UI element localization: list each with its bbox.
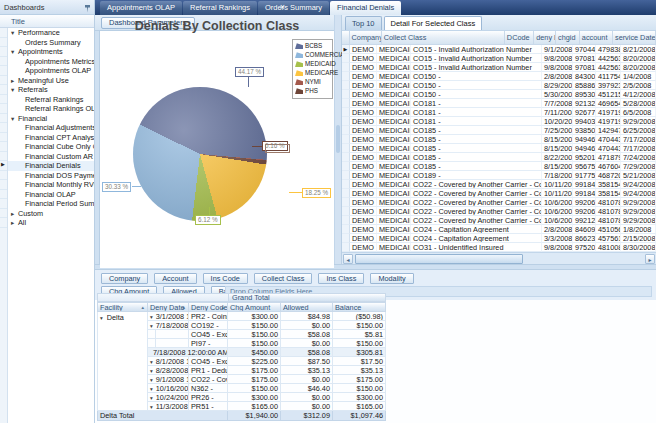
collapse-icon[interactable]: ▾: [150, 314, 153, 320]
sidebar-item[interactable]: ▸ Custom: [8, 209, 94, 219]
sidebar-item[interactable]: Financial DOS Payments: [8, 171, 94, 181]
sidebar-item[interactable]: Financial Denials: [8, 161, 94, 171]
grid-column-header[interactable]: Company: [350, 31, 382, 45]
sidebar-item[interactable]: Appointments Metrics: [8, 57, 94, 67]
sidebar-item[interactable]: ▸ All: [8, 218, 94, 228]
collapse-icon[interactable]: ▾: [150, 404, 153, 410]
window-tab[interactable]: Financial Denials: [330, 1, 401, 15]
sidebar-item[interactable]: Financial CPT Analysis OLAP: [8, 133, 94, 143]
scrollbar-thumb[interactable]: [355, 254, 523, 264]
table-row[interactable]: ▶ DEMO MEDICAID CO15 - Invalid Authoriza…: [342, 45, 656, 54]
table-row[interactable]: DEMO MEDICAID CO22 - Covered by Another …: [342, 189, 656, 198]
collapse-icon[interactable]: ▾: [150, 395, 153, 401]
pivot-header-allowed[interactable]: Allowed: [281, 302, 333, 312]
pivot-row[interactable]: ▾10/16/2008 ... N362 - $150.00 $46.40 $1…: [148, 384, 386, 393]
tree-expand-icon[interactable]: ▾: [11, 85, 18, 95]
detail-tab[interactable]: Detail For Selected Class: [384, 16, 483, 30]
table-row[interactable]: DEMO MEDICAID CO31 - Unidentified Insure…: [342, 243, 656, 252]
collapse-icon[interactable]: ▾: [100, 315, 103, 321]
table-row[interactable]: DEMO MEDICAID CO22 - Covered by Another …: [342, 180, 656, 189]
detail-tab[interactable]: Top 10: [345, 16, 382, 30]
table-row[interactable]: DEMO MEDICAID CO24 - Capitation Agreemen…: [342, 225, 656, 234]
sidebar-item[interactable]: Appointments OLAP: [8, 66, 94, 76]
pivot-header-deny-date[interactable]: ▲ Deny Date: [148, 302, 189, 312]
pivot-row[interactable]: ▾3/1/2008 12:... PR2 - Coinsuran... $300…: [148, 312, 386, 321]
sidebar-item[interactable]: Referral Rankings: [8, 95, 94, 105]
table-row[interactable]: DEMO MEDICAID CO22 - Covered by Another …: [342, 207, 656, 216]
splitter-thumb[interactable]: [336, 125, 340, 153]
pivot-row[interactable]: ▾9/1/2008 12:... CO22 - Covered... $175.…: [148, 375, 386, 384]
sidebar-item[interactable]: Orders Summary: [8, 38, 94, 48]
table-row[interactable]: DEMO MEDICAID CO22 - Covered by Another …: [342, 198, 656, 207]
collapse-icon[interactable]: ▾: [150, 323, 153, 329]
table-row[interactable]: DEMO MEDICAID CO15 - Invalid Authorizati…: [342, 54, 656, 63]
table-row[interactable]: DEMO MEDICAID CO185 - 8/15/2008 949466 4…: [342, 135, 656, 144]
sidebar-item[interactable]: Financial Cube Only OLAP: [8, 142, 94, 152]
tree-expand-icon[interactable]: ▾: [11, 28, 18, 38]
grid-column-header[interactable]: account: [580, 31, 613, 45]
collapse-icon[interactable]: ▾: [150, 359, 153, 365]
collapse-icon[interactable]: ▾: [150, 368, 153, 374]
sidebar-item[interactable]: ▾ Appointments: [8, 47, 94, 57]
sidebar-item[interactable]: Financial Monthly RVU: [8, 180, 94, 190]
sidebar-item[interactable]: Referral Rankings OLAP: [8, 104, 94, 114]
table-row[interactable]: DEMO MEDICAID CO150 - 5/30/2008 895300 4…: [342, 90, 656, 99]
table-row[interactable]: DEMO MEDICAID CO150 - 2/8/2008 843003 41…: [342, 72, 656, 81]
collapse-icon[interactable]: ▾: [150, 386, 153, 392]
sidebar-item[interactable]: ▾ Referrals: [8, 85, 94, 95]
scroll-left-icon[interactable]: ◂: [343, 254, 353, 264]
window-tab[interactable]: Appointments OLAP: [100, 1, 182, 15]
table-row[interactable]: DEMO MEDICAID CO185 - 7/25/2008 938506 1…: [342, 126, 656, 135]
collapse-icon[interactable]: ▾: [150, 377, 153, 383]
sidebar-item[interactable]: Financial OLAP: [8, 190, 94, 200]
table-row[interactable]: DEMO MEDICAID CO24 - Capitation Agreemen…: [342, 234, 656, 243]
pivot-row[interactable]: ▾10/24/2008 ... PR26 - $300.00 $0.00 $30…: [148, 393, 386, 402]
grid-column-header[interactable]: Collect Class: [382, 31, 505, 45]
pivot-header-facility[interactable]: ▲ Facility: [97, 302, 148, 312]
tree-expand-icon[interactable]: ▾: [11, 114, 18, 124]
pivot-facility-cell[interactable]: ▾ Delta: [97, 312, 148, 411]
sidebar-item[interactable]: Financial Period Summary: [8, 199, 94, 209]
table-row[interactable]: DEMO MEDICAID CO15 - Invalid Authorizati…: [342, 63, 656, 72]
pivot-header-chg-amount[interactable]: Chg Amount: [228, 302, 281, 312]
pivot-row[interactable]: 7/18/2008 12:00:00 AM Total $450.00 $58.…: [148, 348, 386, 357]
pivot-header-deny-code[interactable]: ▲ Deny Code: [189, 302, 228, 312]
tree-expand-icon[interactable]: ▸: [11, 209, 18, 219]
grid-column-header[interactable]: service Date: [613, 31, 656, 45]
tree-expand-icon[interactable]: ▸: [11, 76, 18, 86]
tree-expand-icon[interactable]: ▸: [11, 218, 18, 228]
sidebar-item[interactable]: Financial Custom AR Aging: [8, 152, 94, 162]
table-row[interactable]: DEMO MEDICAID CO189 - 7/18/2008 917758 4…: [342, 171, 656, 180]
sidebar-item[interactable]: ▾ Financial: [8, 114, 94, 124]
sidebar-item[interactable]: Financial Adjustments and Writ...: [8, 123, 94, 133]
pin-icon[interactable]: [84, 3, 91, 18]
pie-chart[interactable]: [133, 87, 267, 221]
table-row[interactable]: DEMO MEDICAID CO150 - 8/29/2008 858869 3…: [342, 81, 656, 90]
table-row[interactable]: DEMO MEDICAID CO185 - 8/15/2008 956755 4…: [342, 162, 656, 171]
table-row[interactable]: DEMO MEDICAID CO185 - 8/15/2008 949467 4…: [342, 144, 656, 153]
pivot-row[interactable]: CO45 - Exceeds... $150.00 $58.08 $5.81: [148, 330, 386, 339]
pivot-row[interactable]: ▾11/3/2008 1... PR51 - $165.00 $0.00 $16…: [148, 402, 386, 411]
table-row[interactable]: DEMO MEDICAID CO185 - 8/22/2008 952016 4…: [342, 153, 656, 162]
grid-column-header[interactable]: DCode: [505, 31, 534, 45]
pivot-row[interactable]: ▾8/28/2008 1... PR1 - Deductible $175.00…: [148, 366, 386, 375]
pivot-row[interactable]: ▾8/1/2008 12:... CO45 - Exceeds... $225.…: [148, 357, 386, 366]
sidebar-item[interactable]: ▸ Meaningful Use: [8, 76, 94, 86]
table-row[interactable]: DEMO MEDICAID CO181 - 7/7/2008 921322 46…: [342, 99, 656, 108]
scroll-right-icon[interactable]: ▸: [645, 254, 655, 264]
filter-field-button[interactable]: Account: [154, 273, 196, 284]
tree-expand-icon[interactable]: ▾: [11, 47, 18, 57]
pivot-row[interactable]: ▾7/18/2008 1... CO192 - $150.00 $0.00 $1…: [148, 321, 386, 330]
table-row[interactable]: DEMO MEDICAID CO22 - Covered by Another …: [342, 216, 656, 225]
filter-field-button[interactable]: Modality: [370, 273, 413, 284]
filter-field-button[interactable]: Collect Class: [254, 273, 313, 284]
sidebar-column-header[interactable]: Title: [0, 15, 94, 28]
sidebar-item[interactable]: ▾ Performance: [8, 28, 94, 38]
window-tab[interactable]: Orders Summary: [258, 1, 329, 15]
window-tab[interactable]: Referral Rankings: [183, 1, 257, 15]
pivot-header-balance[interactable]: Balance: [333, 302, 386, 312]
filter-field-button[interactable]: Company: [101, 273, 148, 284]
pivot-row[interactable]: PI97 - $150.00 $0.00 $150.00: [148, 339, 386, 348]
table-row[interactable]: DEMO MEDICAID CO181 - 10/20/2008 994038 …: [342, 117, 656, 126]
table-row[interactable]: DEMO MEDICAID CO181 - 7/11/2008 926779 4…: [342, 108, 656, 117]
